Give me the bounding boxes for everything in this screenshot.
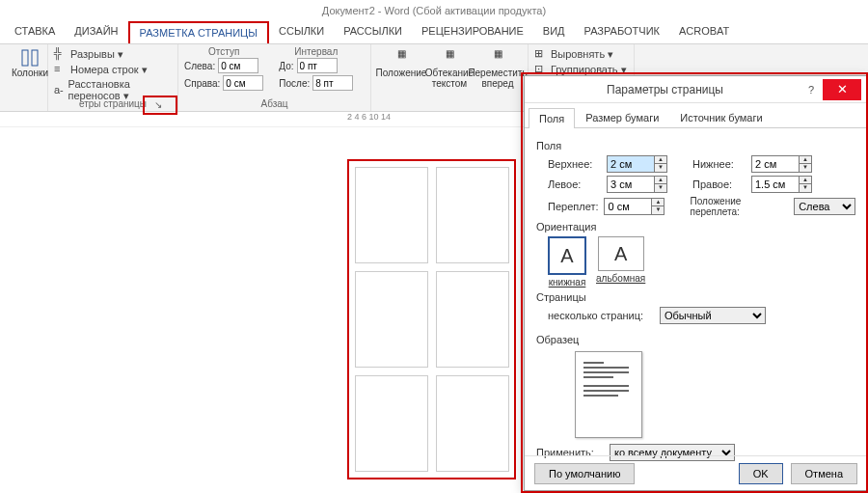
cancel-button[interactable]: Отмена: [791, 463, 857, 484]
gutter-input[interactable]: [604, 198, 652, 215]
tab-design[interactable]: ДИЗАЙН: [65, 21, 127, 43]
dialog-launcher-icon[interactable]: ↘: [154, 99, 162, 110]
page-thumbnail[interactable]: [355, 167, 428, 263]
orientation-portrait[interactable]: Aкнижная: [548, 236, 586, 288]
dialog-tab-source[interactable]: Источник бумаги: [669, 107, 773, 127]
multiple-pages-select[interactable]: Обычный: [660, 307, 766, 324]
tab-view[interactable]: ВИД: [533, 21, 575, 43]
close-button[interactable]: ✕: [823, 79, 861, 100]
page-thumbnail[interactable]: [436, 271, 509, 368]
page-thumbnail[interactable]: [355, 375, 428, 472]
page-setup-dialog: Параметры страницы ? ✕ Поля Размер бумаг…: [524, 75, 868, 491]
indent-left-input[interactable]: [218, 58, 258, 73]
pages-section-label: Страницы: [536, 291, 855, 303]
breaks-icon: ╬: [54, 47, 68, 61]
spacing-before-input[interactable]: [297, 58, 338, 73]
gutter-position-select[interactable]: Слева: [794, 198, 855, 215]
tab-developer[interactable]: РАЗРАБОТЧИК: [575, 21, 669, 43]
dialog-tab-paper[interactable]: Размер бумаги: [575, 107, 669, 127]
spin-up-icon[interactable]: ▲: [655, 156, 666, 164]
tab-review[interactable]: РЕЦЕНЗИРОВАНИЕ: [412, 21, 533, 43]
align-icon: ⊞: [534, 47, 548, 61]
columns-button[interactable]: Колонки: [6, 46, 54, 80]
wrap-text-button[interactable]: ▦Обтекание текстом: [425, 46, 474, 109]
default-button[interactable]: По умолчанию: [534, 463, 635, 484]
tab-references[interactable]: ССЫЛКИ: [269, 21, 334, 43]
page-thumbnail[interactable]: [436, 167, 509, 263]
document-area: [347, 159, 516, 479]
group-icon: ⊡: [534, 63, 548, 76]
wrap-icon: ▦: [440, 48, 459, 68]
dialog-tab-margins[interactable]: Поля: [529, 108, 575, 128]
margin-top-input[interactable]: [607, 155, 655, 173]
svg-rect-0: [22, 50, 28, 66]
position-button[interactable]: ▦Положение: [377, 46, 425, 109]
tab-insert[interactable]: СТАВКА: [5, 21, 65, 43]
margins-section-label: Поля: [536, 140, 855, 151]
page-thumbnail[interactable]: [436, 375, 509, 472]
spin-down-icon[interactable]: ▼: [655, 164, 666, 172]
margin-bottom-input[interactable]: [751, 155, 800, 173]
help-button[interactable]: ?: [800, 79, 823, 100]
svg-rect-1: [32, 50, 38, 66]
line-numbers-button[interactable]: ≡Номера строк ▾: [54, 62, 172, 77]
ok-button[interactable]: OK: [739, 463, 783, 484]
paragraph-group-label: Абзац: [178, 98, 370, 109]
line-numbers-icon: ≡: [54, 63, 68, 76]
tab-mailings[interactable]: РАССЫЛКИ: [334, 21, 412, 43]
forward-icon: ▦: [488, 48, 507, 68]
preview-thumbnail: [575, 351, 642, 438]
spacing-after-input[interactable]: [312, 75, 353, 91]
sample-section-label: Образец: [536, 334, 855, 345]
margin-right-input[interactable]: [751, 176, 800, 193]
orientation-section-label: Ориентация: [536, 221, 855, 233]
bring-forward-button[interactable]: ▦Переместить вперед: [474, 46, 522, 109]
breaks-button[interactable]: ╬Разрывы ▾: [54, 46, 172, 62]
columns-icon: [20, 48, 40, 68]
tab-acrobat[interactable]: ACROBAT: [669, 21, 739, 43]
tab-page-layout[interactable]: РАЗМЕТКА СТРАНИЦЫ: [128, 21, 269, 43]
indent-right-input[interactable]: [223, 75, 263, 91]
align-button[interactable]: ⊞Выровнять ▾: [534, 46, 628, 62]
margin-left-input[interactable]: [607, 176, 655, 193]
title-bar: Документ2 - Word (Сбой активации продукт…: [0, 0, 868, 21]
orientation-landscape[interactable]: Aальбомная: [596, 236, 645, 288]
dialog-title: Параметры страницы: [530, 83, 800, 96]
page-thumbnail[interactable]: [355, 271, 428, 368]
ribbon-tabs: СТАВКА ДИЗАЙН РАЗМЕТКА СТРАНИЦЫ ССЫЛКИ Р…: [0, 21, 868, 44]
hyphenation-icon: a-: [54, 84, 66, 97]
position-icon: ▦: [392, 48, 411, 68]
